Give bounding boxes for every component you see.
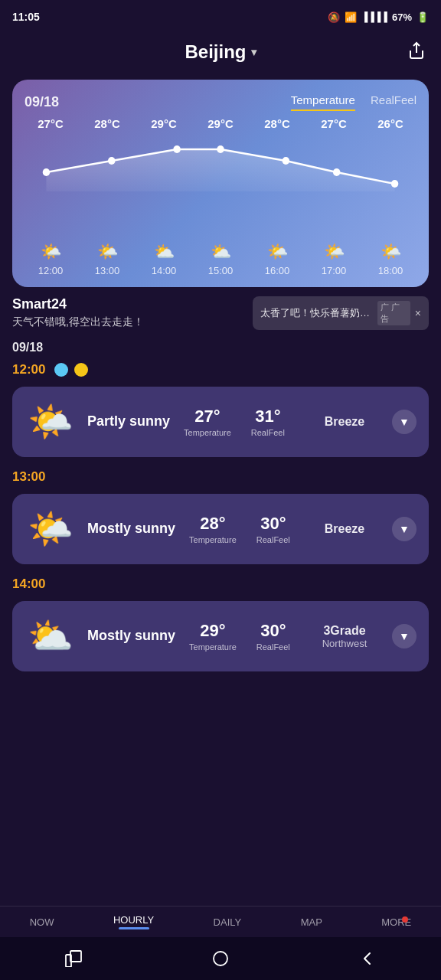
temp-6: 26°C xyxy=(368,117,413,130)
icon-17: 🌤️ xyxy=(311,242,357,262)
temp-block-1300: 28° Temperature xyxy=(189,514,237,544)
nav-hourly-label: HOURLY xyxy=(113,914,154,926)
temp-val-1200: 27° xyxy=(194,407,220,426)
header: Beijing ▾ xyxy=(0,31,441,74)
temp-label-1300: Temperature xyxy=(189,535,237,544)
weather-card-1400: ⛅ Mostly sunny 29° Temperature 30° RealF… xyxy=(12,601,429,671)
time-1400: 14:00 xyxy=(12,577,45,592)
expand-1200[interactable]: ▼ xyxy=(392,410,416,434)
notification-dot xyxy=(402,916,408,923)
ad-banner[interactable]: 太香了吧！快乐番薯奶茶... 广 广告 × xyxy=(253,296,429,330)
partly-sunny-icon: 🌤️ xyxy=(24,400,77,443)
date-label: 09/18 xyxy=(0,330,441,359)
icon-18: 🌤️ xyxy=(368,242,413,262)
temp-block-1400: 29° Temperature xyxy=(189,621,237,652)
smart24-banner: Smart24 天气不错哦,得空出去走走！ 太香了吧！快乐番薯奶茶... 广 广… xyxy=(12,296,429,330)
icon-14: ⛅ xyxy=(141,242,187,262)
realfeel-block-1200: 31° RealFeel xyxy=(251,407,285,437)
blue-dot xyxy=(54,363,68,377)
wifi-icon: 📶 xyxy=(345,11,357,23)
close-ad-button[interactable]: × xyxy=(415,307,421,319)
nav-daily-label: DAILY xyxy=(214,916,242,928)
condition-1200: Partly sunny xyxy=(87,413,170,430)
mute-icon: 🔕 xyxy=(328,11,340,23)
mostly-sunny-icon-1400: ⛅ xyxy=(24,615,77,658)
battery-icon: 🔋 xyxy=(416,11,429,23)
icon-13: 🌤️ xyxy=(84,242,130,262)
expand-1400[interactable]: ▼ xyxy=(392,624,416,648)
time-row-1200: 12:00 xyxy=(0,359,441,384)
share-button[interactable] xyxy=(407,41,426,64)
hourly-chart-card: 09/18 Temperature RealFeel 27°C 28°C 29°… xyxy=(12,80,429,287)
temp-label-1200: Temperature xyxy=(184,428,231,437)
time-1300: 13:00 xyxy=(12,469,45,485)
tab-realfeel[interactable]: RealFeel xyxy=(371,93,416,111)
temperature-line-chart xyxy=(24,138,416,230)
yellow-dot xyxy=(74,363,88,377)
rf-label-1200: RealFeel xyxy=(251,428,285,437)
smart24-title: Smart24 xyxy=(12,296,144,312)
system-nav-bar xyxy=(0,937,441,980)
expand-1300[interactable]: ▼ xyxy=(392,517,416,541)
temp-label-1400: Temperature xyxy=(189,642,237,652)
tab-temperature[interactable]: Temperature xyxy=(291,93,355,111)
ad-text: 太香了吧！快乐番薯奶茶... xyxy=(260,306,373,320)
time-2: 14:00 xyxy=(141,265,187,276)
condition-1400: Mostly sunny xyxy=(87,627,175,645)
banner-subtitle: 天气不错哦,得空出去走走！ xyxy=(12,315,144,329)
svg-point-5 xyxy=(283,157,289,165)
icon-16: 🌤️ xyxy=(254,242,300,262)
battery: 67% xyxy=(392,11,412,23)
bottom-nav: NOW HOURLY DAILY MAP MORE xyxy=(0,906,441,934)
svg-point-2 xyxy=(108,157,115,165)
nav-now[interactable]: NOW xyxy=(30,916,54,928)
time-3: 15:00 xyxy=(198,265,243,276)
wind-1400: 3Grade Northwest xyxy=(314,624,375,649)
time-labels: 12:00 13:00 14:00 15:00 16:00 17:00 18:0… xyxy=(24,265,416,276)
chevron-down-icon: ▾ xyxy=(251,46,256,58)
temp-0: 27°C xyxy=(28,117,74,130)
temp-2: 29°C xyxy=(141,117,187,130)
svg-rect-9 xyxy=(70,951,81,962)
nav-map[interactable]: MAP xyxy=(301,916,322,928)
chart-tabs: Temperature RealFeel xyxy=(291,93,416,111)
nav-daily[interactable]: DAILY xyxy=(214,916,242,928)
nav-active-indicator xyxy=(119,927,149,929)
home-button[interactable] xyxy=(205,943,236,974)
status-bar: 11:05 🔕 📶 ▐▐▐▐ 67% 🔋 xyxy=(0,0,441,31)
temp-labels: 27°C 28°C 29°C 29°C 28°C 27°C 26°C xyxy=(24,117,416,130)
temp-3: 29°C xyxy=(198,117,243,130)
time-6: 18:00 xyxy=(368,265,413,276)
signal-icon: ▐▐▐▐ xyxy=(361,11,387,22)
recent-apps-button[interactable] xyxy=(58,943,89,974)
nav-more[interactable]: MORE xyxy=(381,916,411,928)
weather-card-1200: 🌤️ Partly sunny 27° Temperature 31° Real… xyxy=(12,387,429,457)
time-0: 12:00 xyxy=(28,265,74,276)
time-5: 17:00 xyxy=(311,265,357,276)
time-4: 16:00 xyxy=(254,265,300,276)
condition-1300: Mostly sunny xyxy=(87,520,175,537)
rf-label-1300: RealFeel xyxy=(256,535,290,544)
nav-hourly[interactable]: HOURLY xyxy=(113,914,154,929)
city-name: Beijing xyxy=(185,41,246,63)
city-selector[interactable]: Beijing ▾ xyxy=(185,41,256,63)
svg-rect-10 xyxy=(214,952,227,965)
temp-4: 28°C xyxy=(254,117,300,130)
status-icons: 🔕 📶 ▐▐▐▐ 67% 🔋 xyxy=(328,11,429,23)
time: 11:05 xyxy=(12,11,40,23)
wind-1300: Breeze xyxy=(314,522,375,536)
back-button[interactable] xyxy=(352,943,383,974)
wind-1200: Breeze xyxy=(314,415,375,429)
rf-val-1200: 31° xyxy=(255,407,280,426)
chart-date: 09/18 xyxy=(24,94,59,110)
nav-map-label: MAP xyxy=(301,916,322,928)
temp-1: 28°C xyxy=(84,117,130,130)
svg-point-7 xyxy=(391,180,398,188)
realfeel-block-1400: 30° RealFeel xyxy=(256,621,290,652)
icon-15: ⛅ xyxy=(198,242,243,262)
temp-5: 27°C xyxy=(311,117,357,130)
svg-point-6 xyxy=(333,168,340,176)
svg-point-4 xyxy=(217,145,224,153)
time-1200: 12:00 xyxy=(12,362,45,377)
svg-point-3 xyxy=(173,145,180,153)
